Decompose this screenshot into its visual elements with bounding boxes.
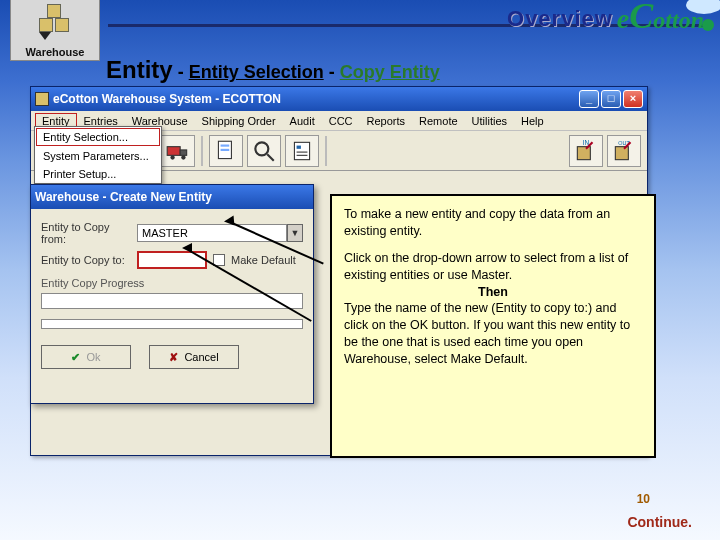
- progress-label: Entity Copy Progress: [41, 277, 303, 289]
- app-titlebar: eCotton Warehouse System - ECOTTON _ □ ×: [31, 87, 647, 111]
- toolbar-bale-out-icon[interactable]: OUT: [607, 135, 641, 167]
- tip-paragraph-2b: Type the name of the new (Entity to copy…: [344, 301, 630, 366]
- svg-rect-15: [221, 148, 230, 150]
- brand-rest: otton: [653, 7, 704, 33]
- menu-entity-selection[interactable]: Entity Selection...: [36, 128, 160, 146]
- maximize-button[interactable]: □: [601, 90, 621, 108]
- breadcrumb-p3: Copy Entity: [340, 62, 440, 82]
- svg-rect-10: [180, 149, 187, 154]
- app-title: eCotton Warehouse System - ECOTTON: [53, 92, 281, 106]
- menu-printer-setup[interactable]: Printer Setup...: [35, 165, 161, 183]
- svg-line-17: [267, 154, 274, 161]
- breadcrumb: Entity - Entity Selection - Copy Entity: [106, 56, 440, 84]
- dialog-title: Warehouse - Create New Entity: [35, 190, 212, 204]
- tip-then: Then: [344, 284, 642, 301]
- warehouse-label: Warehouse: [11, 46, 99, 58]
- brand-e: e: [617, 3, 629, 34]
- ok-button[interactable]: ✔ Ok: [41, 345, 131, 369]
- tip-paragraph-1: To make a new entity and copy the data f…: [344, 206, 642, 240]
- instruction-panel: To make a new entity and copy the data f…: [330, 194, 656, 458]
- app-icon: [35, 92, 49, 106]
- copy-from-input[interactable]: [137, 224, 287, 242]
- breadcrumb-p2: Entity Selection: [189, 62, 324, 82]
- tip-paragraph-2a: Click on the drop-down arrow to select f…: [344, 251, 628, 282]
- copy-to-label: Entity to Copy to:: [41, 254, 131, 266]
- brand-block: Overview eCotton: [507, 2, 704, 35]
- menu-shipping-order[interactable]: Shipping Order: [195, 113, 283, 129]
- overview-label: Overview: [507, 6, 613, 32]
- copy-from-label: Entity to Copy from:: [41, 221, 131, 245]
- progress-bar-2: [41, 319, 303, 329]
- make-default-label: Make Default: [231, 254, 296, 266]
- menu-system-parameters[interactable]: System Parameters...: [35, 147, 161, 165]
- continue-link[interactable]: Continue.: [627, 514, 692, 530]
- svg-text:IN: IN: [583, 138, 590, 145]
- svg-point-11: [170, 155, 174, 159]
- dialog-titlebar: Warehouse - Create New Entity: [31, 185, 313, 209]
- toolbar-truck-red-icon[interactable]: [161, 135, 195, 167]
- svg-rect-14: [221, 144, 230, 146]
- menu-ccc[interactable]: CCC: [322, 113, 360, 129]
- create-entity-dialog: Warehouse - Create New Entity Entity to …: [30, 184, 314, 404]
- minimize-button[interactable]: _: [579, 90, 599, 108]
- check-icon: ✔: [71, 351, 80, 364]
- menu-utilities[interactable]: Utilities: [465, 113, 514, 129]
- x-icon: ✘: [169, 351, 178, 364]
- warehouse-badge: Warehouse: [10, 0, 100, 61]
- menu-reports[interactable]: Reports: [360, 113, 413, 129]
- menu-help[interactable]: Help: [514, 113, 551, 129]
- progress-bar: [41, 293, 303, 309]
- menu-remote[interactable]: Remote: [412, 113, 465, 129]
- toolbar-report-icon[interactable]: [285, 135, 319, 167]
- svg-rect-24: [615, 146, 628, 159]
- cancel-button[interactable]: ✘ Cancel: [149, 345, 239, 369]
- svg-rect-18: [294, 142, 309, 159]
- page-number: 10: [637, 492, 650, 506]
- svg-point-12: [181, 155, 185, 159]
- toolbar-magnify-icon[interactable]: [247, 135, 281, 167]
- svg-rect-9: [167, 146, 180, 155]
- svg-rect-19: [297, 145, 301, 148]
- close-button[interactable]: ×: [623, 90, 643, 108]
- entity-dropdown-menu: Entity Selection... System Parameters...…: [34, 126, 162, 184]
- toolbar-bale-in-icon[interactable]: IN: [569, 135, 603, 167]
- arrow-2-head: [182, 243, 192, 253]
- copy-from-dropdown-arrow[interactable]: ▼: [287, 224, 303, 242]
- svg-rect-22: [577, 146, 590, 159]
- arrow-1-head: [224, 216, 235, 227]
- svg-point-16: [255, 142, 268, 155]
- menu-audit[interactable]: Audit: [283, 113, 322, 129]
- toolbar-sheet-icon[interactable]: [209, 135, 243, 167]
- brand-c: C: [629, 0, 653, 36]
- breadcrumb-p1: Entity: [106, 56, 173, 83]
